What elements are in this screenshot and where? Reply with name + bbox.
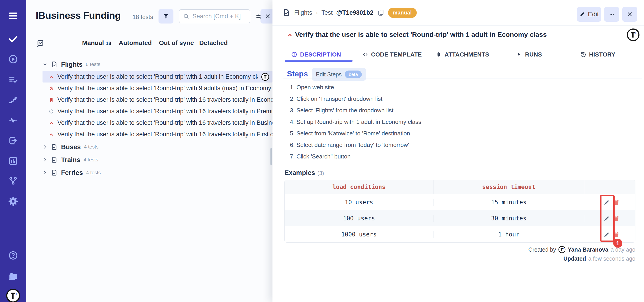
app-screen: IBusiness Funding 18 tests Manual 18 Aut… xyxy=(0,0,644,302)
column-header: load conditions xyxy=(285,180,434,194)
folder-row-ferries[interactable]: Ferries 4 tests xyxy=(42,167,101,178)
checklist-icon xyxy=(8,74,18,85)
doc-check-icon xyxy=(51,61,58,68)
step-item: 3. Select 'Flights' from the dropdown li… xyxy=(290,105,606,116)
chevron-right-icon xyxy=(42,157,48,162)
sidebar-item-branches[interactable] xyxy=(0,171,26,191)
delete-row-icon[interactable] xyxy=(613,199,620,206)
user-avatar[interactable] xyxy=(6,288,20,302)
examples-table-header: load conditions session timeout xyxy=(285,180,635,194)
filter-button[interactable] xyxy=(158,9,174,24)
folder-count: 4 tests xyxy=(84,144,98,150)
edit-row-icon[interactable] xyxy=(603,199,610,206)
table-row: 10 users 15 minutes xyxy=(285,194,635,210)
copy-icon[interactable] xyxy=(377,9,384,16)
stairs-icon xyxy=(8,95,18,105)
menu-button[interactable] xyxy=(0,6,26,26)
test-row[interactable]: Verify that the user is able to select '… xyxy=(42,128,272,140)
chevron-right-icon xyxy=(42,144,48,150)
tab-detached[interactable]: Detached xyxy=(199,39,228,48)
sidebar-item-settings[interactable] xyxy=(0,191,26,211)
examples-heading: Examples (3) xyxy=(284,169,324,176)
scrollbar-thumb[interactable] xyxy=(270,148,272,165)
creator-name: Yana Baranova xyxy=(568,246,608,253)
detail-close-button[interactable] xyxy=(622,7,637,22)
edit-row-icon[interactable] xyxy=(603,215,610,222)
more-actions-button[interactable] xyxy=(604,7,619,22)
step-item: 7. Click 'Search" button xyxy=(290,151,606,162)
select-all-icon[interactable] xyxy=(36,39,45,48)
priority-critical-icon xyxy=(48,97,54,103)
folder-count: 6 tests xyxy=(86,62,100,67)
column-header-actions xyxy=(584,180,635,194)
sidebar-item-projects[interactable] xyxy=(0,266,26,286)
delete-row-icon[interactable] xyxy=(613,231,620,238)
folder-count: 4 tests xyxy=(86,170,101,176)
search-icon xyxy=(183,13,189,20)
folder-row-flights[interactable]: Flights 6 tests xyxy=(42,58,100,70)
sidebar xyxy=(0,0,26,302)
suite-panel: IBusiness Funding 18 tests Manual 18 Aut… xyxy=(26,0,272,302)
test-title: Verify that the user is able to select '… xyxy=(58,131,272,138)
folder-row-trains[interactable]: Trains 4 tests xyxy=(42,154,98,166)
tab-code-template[interactable]: CODE TEMPLATE xyxy=(362,51,422,58)
pencil-icon xyxy=(579,11,585,17)
sidebar-item-milestones[interactable] xyxy=(0,90,26,110)
tab-count: 18 xyxy=(106,40,111,46)
edit-button-label: Edit xyxy=(588,10,599,18)
tab-automated[interactable]: Automated xyxy=(119,39,152,48)
beta-badge: beta xyxy=(345,70,362,78)
test-title: Verify that the user is able to select '… xyxy=(58,85,272,92)
test-row[interactable]: Verify that the user is able to select '… xyxy=(42,117,272,128)
sidebar-item-tests[interactable] xyxy=(0,29,26,49)
examples-table: load conditions session timeout 10 users… xyxy=(284,180,636,242)
table-cell: 1000 users xyxy=(285,231,434,238)
tab-out-of-sync[interactable]: Out of sync xyxy=(159,39,194,48)
tab-label: Out of sync xyxy=(159,39,194,46)
sidebar-item-pulse[interactable] xyxy=(0,110,26,130)
examples-heading-label: Examples xyxy=(284,169,315,176)
chevron-right-icon xyxy=(42,170,48,175)
pulse-icon xyxy=(8,115,18,126)
tab-history[interactable]: HISTORY xyxy=(580,51,615,58)
tab-manual[interactable]: Manual 18 xyxy=(82,39,111,48)
sidebar-item-runs[interactable] xyxy=(0,49,26,70)
step-item: 2. Click on 'Transport' dropdown list xyxy=(290,93,606,105)
tab-label: Automated xyxy=(119,39,152,46)
edit-row-icon[interactable] xyxy=(603,231,610,238)
test-row[interactable]: Verify that the user is able to select '… xyxy=(42,82,272,94)
tab-label: ATTACHMENTS xyxy=(444,51,489,58)
tab-attachments[interactable]: ATTACHMENTS xyxy=(436,51,489,58)
paperclip-icon xyxy=(436,51,442,58)
search-input[interactable] xyxy=(192,13,246,20)
tab-description[interactable]: DESCRIPTION xyxy=(291,51,341,58)
sidebar-item-plans[interactable] xyxy=(0,70,26,90)
test-id: @T1e9301b2 xyxy=(336,9,373,16)
table-row: 100 users 30 minutes xyxy=(285,210,635,226)
chevron-down-icon xyxy=(42,62,48,67)
automation-logo-badge xyxy=(261,73,269,81)
test-row[interactable]: Verify that the user is able to select '… xyxy=(42,71,272,82)
sidebar-item-reports[interactable] xyxy=(0,151,26,171)
breadcrumb: Flights › Test @T1e9301b2 manual xyxy=(282,0,417,25)
sidebar-item-help[interactable] xyxy=(0,245,26,266)
detail-header: Flights › Test @T1e9301b2 manual Edit xyxy=(272,0,644,26)
doc-check-icon xyxy=(282,8,290,17)
code-icon xyxy=(362,51,368,58)
test-row[interactable]: Verify that the user is able to select '… xyxy=(42,94,272,106)
breadcrumb-folder[interactable]: Flights xyxy=(294,9,312,16)
sidebar-item-import[interactable] xyxy=(0,130,26,151)
delete-row-icon[interactable] xyxy=(613,215,620,222)
tab-runs[interactable]: RUNS xyxy=(516,51,542,58)
edit-button[interactable]: Edit xyxy=(577,7,601,22)
table-cell: 15 minutes xyxy=(434,199,584,206)
priority-high-icon xyxy=(48,120,54,126)
check-icon xyxy=(8,34,18,44)
table-cell: 100 users xyxy=(285,215,434,222)
test-row[interactable]: Verify that the user is able to select '… xyxy=(42,106,272,117)
test-title: Verify that the user is able to select '… xyxy=(58,96,272,103)
close-icon xyxy=(626,11,633,18)
step-item: 5. Select from 'Katowice' to 'Rome' dest… xyxy=(290,128,606,139)
folder-row-buses[interactable]: Buses 4 tests xyxy=(42,141,98,153)
edit-steps-button[interactable]: Edit Steps beta xyxy=(312,68,366,81)
